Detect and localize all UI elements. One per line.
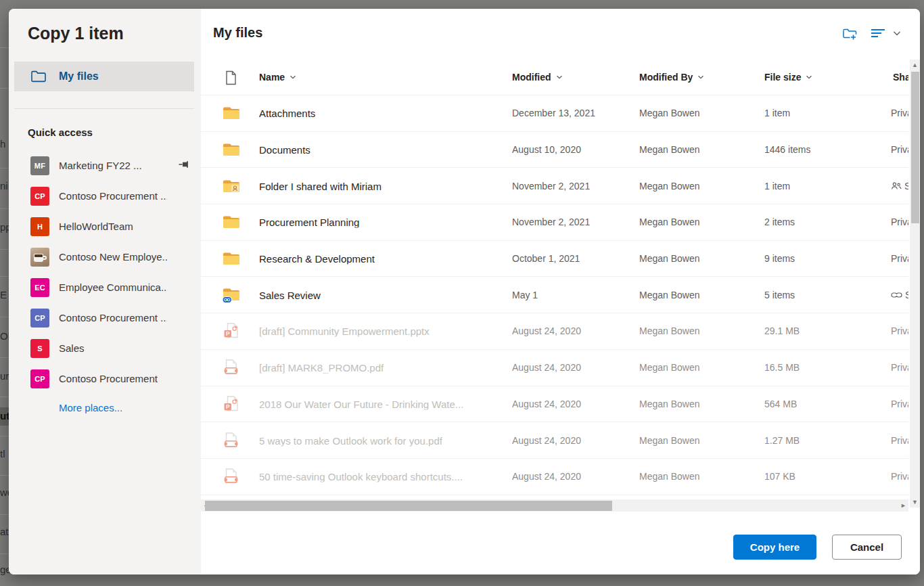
modified-date: August 24, 2020: [512, 435, 581, 446]
column-header-name[interactable]: Name: [259, 72, 297, 83]
item-name: [draft] MARK8_PROMO.pdf: [259, 362, 384, 374]
horizontal-scrollbar-thumb[interactable]: [205, 501, 612, 511]
pptx-icon: P: [223, 323, 239, 340]
column-header-sharing[interactable]: Sharing: [893, 72, 908, 83]
quick-access-heading: Quick access: [28, 127, 93, 138]
backdrop-row-separator: [0, 514, 9, 515]
sharing-status: Private: [891, 435, 908, 446]
modified-date: August 24, 2020: [512, 362, 581, 373]
sharing-status: Private: [891, 399, 908, 409]
quick-access-item[interactable]: CPContoso Procurement: [9, 363, 201, 394]
file-row-disabled: P[draft] Community Empowerment.pptxAugus…: [201, 313, 908, 349]
current-location-title: My files: [213, 25, 262, 41]
file-size: 29.1 MB: [764, 325, 800, 336]
sharing-label: Private: [891, 471, 908, 482]
sidebar-divider: [14, 108, 194, 109]
folder-row[interactable]: Procurement PlanningNovember 2, 2021Mega…: [201, 204, 908, 240]
sharing-label: Private: [891, 362, 908, 373]
new-folder-button[interactable]: [842, 28, 857, 41]
copy-here-button[interactable]: Copy here: [733, 535, 816, 560]
file-size: 1 item: [764, 108, 790, 118]
backdrop-text-fragment: ur: [0, 370, 9, 382]
backdrop-row-separator: [0, 317, 9, 317]
backdrop-row-separator: [0, 397, 9, 397]
item-name: [draft] Community Empowerment.pptx: [259, 325, 430, 337]
modified-date: October 1, 2021: [512, 253, 580, 264]
document-type-column-icon[interactable]: [225, 70, 237, 88]
quick-access-item[interactable]: SSales: [9, 333, 201, 363]
pdf-icon: [223, 359, 239, 376]
item-name: Research & Development: [259, 253, 375, 265]
site-initials-tile: CP: [30, 369, 49, 388]
item-name: Procurement Planning: [259, 217, 359, 228]
site-initials-tile: CP: [30, 309, 49, 328]
file-size: 2 items: [764, 217, 795, 227]
column-header-modified[interactable]: Modified: [512, 72, 563, 83]
quick-access-item-label: Contoso Procurement: [59, 373, 158, 384]
backdrop-text-fragment: E: [0, 289, 9, 300]
backdrop-text-fragment: ON: [0, 330, 9, 342]
backdrop-row-separator: [0, 47, 9, 48]
quick-access-list: MFMarketing FY22 ...CPContoso Procuremen…: [9, 150, 201, 394]
modified-by: Megan Bowen: [639, 325, 700, 336]
modified-by: Megan Bowen: [639, 217, 700, 227]
vertical-scrollbar-thumb[interactable]: [911, 72, 919, 223]
site-initials-tile: S: [30, 339, 49, 358]
backdrop-text-fragment: pp: [0, 221, 9, 233]
backdrop-text-fragment: ut: [0, 407, 9, 426]
column-header-label: Modified: [512, 72, 551, 83]
sidebar-item-my-files[interactable]: My files: [14, 62, 194, 91]
sharing-status: Private: [891, 108, 908, 118]
modified-date: May 1: [512, 290, 538, 300]
file-row-disabled: [draft] MARK8_PROMO.pdfAugust 24, 2020Me…: [201, 349, 908, 386]
quick-access-item[interactable]: HHelloWorldTeam: [9, 211, 201, 242]
folder-row[interactable]: Sales ReviewMay 1Megan Bowen5 itemsShare…: [201, 276, 908, 313]
horizontal-scrollbar[interactable]: ◄ ►: [201, 499, 908, 512]
chevron-down-icon: [555, 73, 563, 81]
site-initials-tile: EC: [30, 278, 49, 297]
sharing-status: Private: [891, 362, 908, 373]
folder-row[interactable]: AttachmentsDecember 13, 2021Megan Bowen1…: [201, 95, 908, 131]
column-header-file-size[interactable]: File size: [764, 72, 813, 83]
file-row-disabled: 50 time-saving Outlook keyboard shortcut…: [201, 458, 908, 495]
column-header-label: Sharing: [893, 72, 908, 83]
folder-row[interactable]: Folder I shared with MiriamNovember 2, 2…: [201, 167, 908, 204]
quick-access-item[interactable]: ECEmployee Communica...: [9, 272, 201, 302]
modified-date: August 24, 2020: [512, 399, 581, 409]
quick-access-item[interactable]: CPContoso Procurement ...: [9, 302, 201, 333]
scroll-right-arrow[interactable]: ►: [898, 499, 908, 512]
sharing-status: Private: [891, 471, 908, 482]
column-header-modified-by[interactable]: Modified By: [639, 72, 705, 83]
more-places-link[interactable]: More places...: [59, 402, 122, 413]
backdrop-text-fragment: h: [0, 138, 9, 150]
item-name: 2018 Our Water Our Future - Drinking Wat…: [259, 398, 463, 409]
folder-row[interactable]: DocumentsAugust 10, 2020Megan Bowen1446 …: [201, 131, 908, 168]
scroll-down-arrow[interactable]: ▼: [910, 497, 920, 508]
cancel-button[interactable]: Cancel: [832, 535, 902, 560]
file-size: 1446 items: [764, 144, 810, 155]
folder-shared-icon: [223, 179, 240, 194]
view-options-button[interactable]: [870, 28, 902, 39]
item-name: 5 ways to make Outlook work for you.pdf: [259, 434, 442, 446]
file-size: 16.5 MB: [764, 362, 800, 373]
table-header-row: NameModifiedModified ByFile sizeSharing: [201, 64, 908, 95]
copy-items-dialog: Copy 1 item My files Quick access MFMark…: [9, 9, 920, 574]
chevron-down-icon: [892, 28, 902, 39]
sharing-label: Private: [891, 325, 908, 336]
file-size: 1 item: [764, 181, 790, 191]
scroll-up-arrow[interactable]: ▲: [910, 60, 920, 70]
vertical-scrollbar[interactable]: ▲ ▼: [910, 60, 920, 508]
quick-access-item[interactable]: Contoso New Employe...: [9, 242, 201, 272]
folder-row[interactable]: Research & DevelopmentOctober 1, 2021Meg…: [201, 240, 908, 277]
dialog-title: Copy 1 item: [28, 24, 124, 43]
pin-icon[interactable]: [178, 159, 190, 173]
pdf-icon: [223, 468, 239, 485]
chevron-down-icon: [697, 73, 705, 81]
modified-date: November 2, 2021: [512, 217, 590, 227]
backdrop-text-fragment: ni: [0, 180, 9, 191]
quick-access-item[interactable]: CPContoso Procurement ...: [9, 181, 201, 211]
file-list: AttachmentsDecember 13, 2021Megan Bowen1…: [201, 95, 908, 495]
modified-by: Megan Bowen: [639, 181, 700, 191]
quick-access-item[interactable]: MFMarketing FY22 ...: [9, 150, 201, 181]
sharing-label: Private: [891, 108, 908, 118]
